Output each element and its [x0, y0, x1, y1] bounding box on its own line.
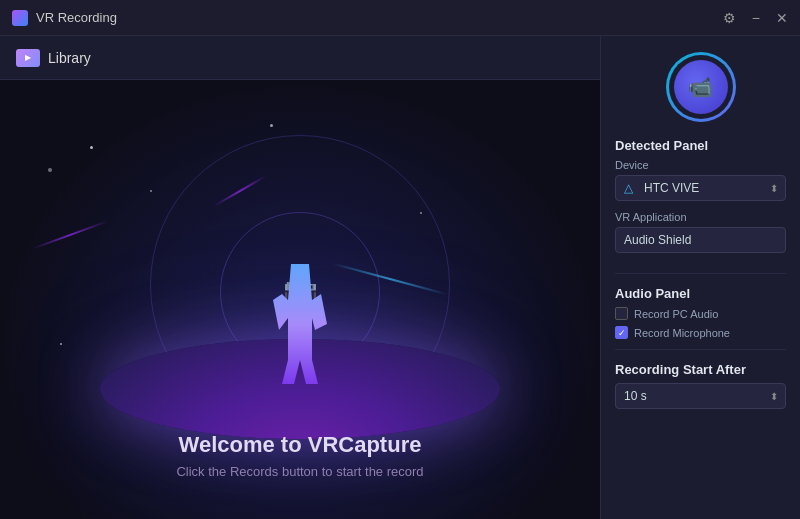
person-silhouette: [270, 264, 330, 384]
recording-start-after-title: Recording Start After: [615, 362, 786, 377]
welcome-subtitle: Click the Records button to start the re…: [0, 464, 600, 479]
star-2: [150, 190, 152, 192]
device-name: HTC VIVE: [644, 181, 699, 195]
recording-start-after-select[interactable]: 10 s: [615, 383, 786, 409]
record-button[interactable]: 📹: [666, 52, 736, 122]
audio-panel-title: Audio Panel: [615, 286, 786, 301]
divider-2: [615, 349, 786, 350]
minimize-button[interactable]: −: [752, 11, 760, 25]
record-microphone-label: Record Microphone: [634, 327, 730, 339]
main-area: Library 📷: [0, 36, 800, 519]
device-brand-icon: △: [624, 181, 638, 195]
device-select-wrap: △ HTC VIVE ⬍: [615, 175, 786, 201]
device-select[interactable]: △ HTC VIVE: [615, 175, 786, 201]
record-microphone-checkbox[interactable]: [615, 326, 628, 339]
welcome-text-area: Welcome to VRCapture Click the Records b…: [0, 432, 600, 479]
divider-1: [615, 273, 786, 274]
library-icon: [16, 49, 40, 67]
close-button[interactable]: ✕: [776, 11, 788, 25]
left-panel: Library 📷: [0, 36, 600, 519]
vr-application-display: Audio Shield: [615, 227, 786, 253]
title-bar-left: VR Recording: [12, 10, 117, 26]
record-button-wrapper: 📹: [615, 52, 786, 122]
record-pc-audio-checkbox[interactable]: [615, 307, 628, 320]
star-6: [60, 343, 62, 345]
library-nav-item[interactable]: Library: [16, 49, 91, 67]
star-1: [90, 146, 93, 149]
recording-start-after-value: 10 s: [624, 389, 647, 403]
app-container: VR Recording ⚙ − ✕ Library 📷: [0, 0, 800, 519]
vr-application-label: VR Application: [615, 211, 786, 223]
record-pc-audio-label: Record PC Audio: [634, 308, 718, 320]
recording-start-after-wrap: 10 s ⬍: [615, 383, 786, 409]
star-4: [420, 212, 422, 214]
record-camera-icon: 📹: [688, 75, 713, 99]
title-bar-controls: ⚙ − ✕: [723, 11, 788, 25]
record-button-inner: 📹: [674, 60, 728, 114]
nav-bar: Library: [0, 36, 600, 80]
device-label: Device: [615, 159, 786, 171]
welcome-title: Welcome to VRCapture: [0, 432, 600, 458]
star-5: [48, 168, 52, 172]
library-label: Library: [48, 50, 91, 66]
star-3: [270, 124, 273, 127]
right-panel: 📹 Detected Panel Device △ HTC VIVE ⬍ VR …: [600, 36, 800, 519]
title-bar: VR Recording ⚙ − ✕: [0, 0, 800, 36]
content-area: 📷: [0, 80, 600, 519]
record-pc-audio-row: Record PC Audio: [615, 307, 786, 320]
app-icon: [12, 10, 28, 26]
record-microphone-row: Record Microphone: [615, 326, 786, 339]
window-title: VR Recording: [36, 10, 117, 25]
detected-panel-title: Detected Panel: [615, 138, 786, 153]
shooting-line-1: [32, 220, 108, 249]
settings-button[interactable]: ⚙: [723, 11, 736, 25]
person-body: [270, 264, 330, 384]
